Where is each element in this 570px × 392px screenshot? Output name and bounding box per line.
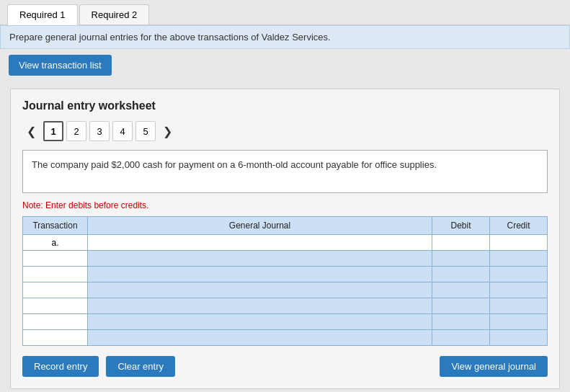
clear-entry-button[interactable]: Clear entry bbox=[106, 356, 175, 377]
debit-input-4[interactable] bbox=[432, 298, 489, 313]
info-bar: Prepare general journal entries for the … bbox=[0, 25, 570, 49]
credit-input-0[interactable] bbox=[490, 235, 547, 250]
chevron-right-icon: ❯ bbox=[163, 125, 172, 138]
note-text: Note: Enter debits before credits. bbox=[22, 200, 548, 210]
transaction-description: The company paid $2,000 cash for payment… bbox=[22, 150, 548, 193]
credit-input-5[interactable] bbox=[490, 314, 547, 329]
record-entry-button[interactable]: Record entry bbox=[22, 356, 99, 377]
table-row-transaction-5 bbox=[23, 314, 88, 330]
tab-required-2[interactable]: Required 2 bbox=[79, 4, 150, 24]
debit-input-1[interactable] bbox=[432, 251, 489, 266]
debit-input-6[interactable] bbox=[432, 330, 489, 345]
general-journal-input-3[interactable] bbox=[88, 282, 432, 298]
table-row-credit-5[interactable] bbox=[490, 314, 548, 330]
table-row-credit-4[interactable] bbox=[490, 298, 548, 314]
credit-input-3[interactable] bbox=[490, 282, 547, 298]
page-next-button[interactable]: ❯ bbox=[159, 123, 177, 140]
general-journal-input-2[interactable] bbox=[88, 267, 432, 282]
credit-input-1[interactable] bbox=[490, 251, 547, 266]
table-row-credit-0[interactable] bbox=[490, 235, 548, 251]
table-row-debit-1[interactable] bbox=[432, 251, 490, 267]
debit-input-5[interactable] bbox=[432, 314, 489, 329]
view-general-journal-button[interactable]: View general journal bbox=[440, 356, 548, 377]
table-row-transaction-3 bbox=[23, 282, 88, 298]
main-content: Journal entry worksheet ❮ 1 2 3 4 bbox=[0, 81, 570, 392]
table-row-general-journal-1[interactable] bbox=[88, 251, 432, 267]
table-row-transaction-4 bbox=[23, 298, 88, 314]
table-row-general-journal-3[interactable] bbox=[88, 282, 432, 298]
page-btn-1[interactable]: 1 bbox=[43, 121, 63, 141]
table-row-general-journal-5[interactable] bbox=[88, 314, 432, 330]
table-row-credit-3[interactable] bbox=[490, 282, 548, 298]
general-journal-input-1[interactable] bbox=[88, 251, 432, 266]
toolbar: View transaction list bbox=[0, 49, 570, 81]
journal-table: Transaction General Journal Debit Credit bbox=[22, 216, 548, 346]
credit-input-6[interactable] bbox=[490, 330, 547, 345]
col-header-debit: Debit bbox=[432, 217, 490, 235]
page-btn-2[interactable]: 2 bbox=[66, 121, 86, 141]
credit-input-4[interactable] bbox=[490, 298, 547, 313]
general-journal-input-0[interactable] bbox=[88, 235, 432, 250]
table-row-debit-3[interactable] bbox=[432, 282, 490, 298]
general-journal-input-5[interactable] bbox=[88, 314, 432, 329]
table-row-debit-2[interactable] bbox=[432, 267, 490, 282]
tabs-bar: Required 1 Required 2 bbox=[0, 0, 570, 25]
tab-required-1[interactable]: Required 1 bbox=[7, 4, 78, 25]
general-journal-input-4[interactable] bbox=[88, 298, 432, 313]
table-row-credit-2[interactable] bbox=[490, 267, 548, 282]
page-prev-button[interactable]: ❮ bbox=[22, 123, 40, 140]
col-header-general: General Journal bbox=[88, 217, 432, 235]
debit-input-3[interactable] bbox=[432, 282, 489, 298]
general-journal-input-6[interactable] bbox=[88, 330, 432, 345]
table-row-transaction-1 bbox=[23, 251, 88, 267]
table-row-credit-6[interactable] bbox=[490, 330, 548, 346]
action-buttons: Record entry Clear entry View general jo… bbox=[22, 356, 548, 377]
table-row-general-journal-2[interactable] bbox=[88, 267, 432, 282]
col-header-transaction: Transaction bbox=[23, 217, 88, 235]
page-btn-3[interactable]: 3 bbox=[89, 121, 110, 141]
page-wrapper: Required 1 Required 2 Prepare general jo… bbox=[0, 0, 570, 392]
table-row-transaction-2 bbox=[23, 267, 88, 282]
chevron-left-icon: ❮ bbox=[27, 125, 36, 138]
credit-input-2[interactable] bbox=[490, 267, 547, 282]
table-row-general-journal-6[interactable] bbox=[88, 330, 432, 346]
page-navigation: ❮ 1 2 3 4 5 ❯ bbox=[22, 121, 548, 141]
table-row-general-journal-4[interactable] bbox=[88, 298, 432, 314]
view-transaction-list-button[interactable]: View transaction list bbox=[9, 55, 112, 76]
table-row-debit-6[interactable] bbox=[432, 330, 490, 346]
worksheet-box: Journal entry worksheet ❮ 1 2 3 4 bbox=[10, 89, 560, 389]
worksheet-title: Journal entry worksheet bbox=[22, 99, 548, 112]
table-row-general-journal-0[interactable] bbox=[88, 235, 432, 251]
page-btn-4[interactable]: 4 bbox=[112, 121, 133, 141]
table-row-credit-1[interactable] bbox=[490, 251, 548, 267]
table-row-transaction-6 bbox=[23, 330, 88, 346]
table-row-debit-0[interactable] bbox=[432, 235, 490, 251]
debit-input-0[interactable] bbox=[432, 235, 489, 250]
table-row-transaction-0: a. bbox=[23, 235, 88, 251]
col-header-credit: Credit bbox=[490, 217, 548, 235]
table-row-debit-4[interactable] bbox=[432, 298, 490, 314]
table-row-debit-5[interactable] bbox=[432, 314, 490, 330]
debit-input-2[interactable] bbox=[432, 267, 489, 282]
page-btn-5[interactable]: 5 bbox=[135, 121, 156, 141]
